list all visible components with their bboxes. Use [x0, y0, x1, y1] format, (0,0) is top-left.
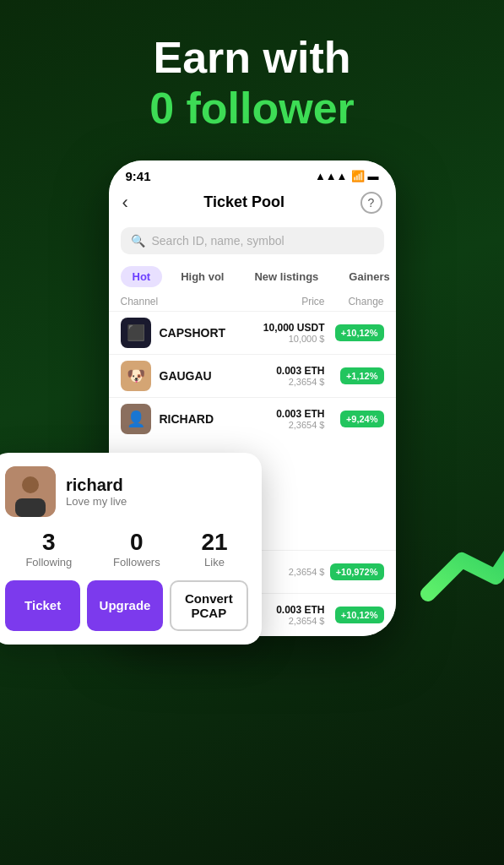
page-title: Ticket Pool [203, 193, 285, 211]
change-therock: +10,972% [325, 563, 384, 580]
price-main: 0.003 ETH [249, 408, 325, 420]
ticket-button[interactable]: Ticket [5, 580, 80, 631]
following-label: Following [25, 556, 72, 569]
popup-card: richard Love my live 3 Following 0 Follo… [0, 453, 262, 645]
signal-icon: ▲▲▲ [315, 170, 348, 182]
popup-username: richard [66, 476, 127, 495]
table-row[interactable]: 👤 RICHARD 0.003 ETH 2,3654 $ +9,24% [109, 397, 396, 440]
nav-bar: ‹ Ticket Pool ? [109, 187, 396, 220]
phone-wrapper: 9:41 ▲▲▲ 📶 ▬ ‹ Ticket Pool ? 🔍 Search ID… [0, 160, 504, 636]
row-name-capshort: CAPSHORT [160, 326, 249, 340]
popup-user-row: richard Love my live [5, 466, 248, 517]
price-block-capshort: 10,000 USDT 10,000 $ [249, 322, 325, 344]
price-block-gaugau: 0.003 ETH 2,3654 $ [249, 365, 325, 387]
popup-stat-followers: 0 Followers [113, 529, 160, 569]
popup-user-info: richard Love my live [66, 476, 127, 508]
price-main: 0.003 ETH [249, 365, 325, 377]
back-button[interactable]: ‹ [122, 192, 128, 214]
search-placeholder: Search ID, name, symbol [152, 234, 285, 248]
change-richard: +9,24% [325, 411, 384, 427]
change-badge: +10,12% [335, 607, 384, 623]
battery-icon: ▬ [368, 170, 379, 182]
table-row[interactable]: 🐶 GAUGAU 0.003 ETH 2,3654 $ +1,12% [109, 354, 396, 397]
change-badge: +1,12% [340, 367, 384, 384]
filter-tabs: Hot High vol New listings Gainers [109, 261, 396, 292]
price-usd: 2,3654 $ [249, 420, 325, 430]
popup-stat-likes: 21 Like [201, 529, 227, 569]
wifi-icon: 📶 [351, 170, 365, 182]
search-icon: 🔍 [131, 234, 145, 248]
change-stackrbuck: +10,12% [325, 607, 384, 623]
change-gaugau: +1,12% [325, 367, 384, 384]
popup-bio: Love my live [66, 495, 127, 508]
svg-point-1 [22, 476, 39, 493]
status-icons: ▲▲▲ 📶 ▬ [315, 170, 379, 182]
row-name-gaugau: GAUGAU [160, 369, 249, 383]
table-row[interactable]: ⬛ CAPSHORT 10,000 USDT 10,000 $ +10,12% [109, 311, 396, 354]
change-badge: +10,12% [335, 324, 384, 341]
help-button[interactable]: ? [360, 192, 382, 214]
popup-buttons: Ticket Upgrade Convert PCAP [5, 580, 248, 631]
status-bar: 9:41 ▲▲▲ 📶 ▬ [109, 160, 396, 187]
search-bar[interactable]: 🔍 Search ID, name, symbol [121, 227, 384, 254]
price-usd: 10,000 $ [249, 334, 325, 344]
hero-line1: Earn with [17, 34, 487, 82]
trend-arrow-graphic [420, 501, 504, 619]
popup-avatar [5, 466, 56, 517]
price-main: 10,000 USDT [249, 322, 325, 334]
followers-count: 0 [113, 529, 160, 556]
svg-rect-3 [15, 498, 46, 517]
change-badge: +9,24% [340, 411, 384, 427]
avatar-richard: 👤 [121, 404, 151, 434]
col-channel: Channel [121, 296, 249, 307]
tab-hot[interactable]: Hot [121, 266, 163, 287]
likes-label: Like [201, 556, 227, 569]
popup-stats: 3 Following 0 Followers 21 Like [5, 529, 248, 569]
following-count: 3 [25, 529, 72, 556]
avatar-capshort: ⬛ [121, 318, 151, 348]
row-name-richard: RICHARD [160, 412, 249, 426]
tab-gainers[interactable]: Gainers [337, 266, 395, 287]
hero-section: Earn with 0 follower [0, 0, 504, 160]
tab-highvol[interactable]: High vol [169, 266, 236, 287]
convert-button[interactable]: Convert PCAP [170, 580, 248, 631]
price-usd: 2,3654 $ [249, 377, 325, 387]
followers-label: Followers [113, 556, 160, 569]
change-badge: +10,972% [330, 563, 384, 580]
status-time: 9:41 [126, 169, 151, 183]
table-header: Channel Price Change [109, 292, 396, 311]
popup-stat-following: 3 Following [25, 529, 72, 569]
price-block-richard: 0.003 ETH 2,3654 $ [249, 408, 325, 430]
upgrade-button[interactable]: Upgrade [87, 580, 162, 631]
change-capshort: +10,12% [325, 324, 384, 341]
col-change: Change [325, 296, 384, 307]
avatar-gaugau: 🐶 [121, 361, 151, 391]
tab-newlistings[interactable]: New listings [242, 266, 330, 287]
hero-line2: 0 follower [17, 82, 487, 134]
likes-count: 21 [201, 529, 227, 556]
col-price: Price [249, 296, 325, 307]
